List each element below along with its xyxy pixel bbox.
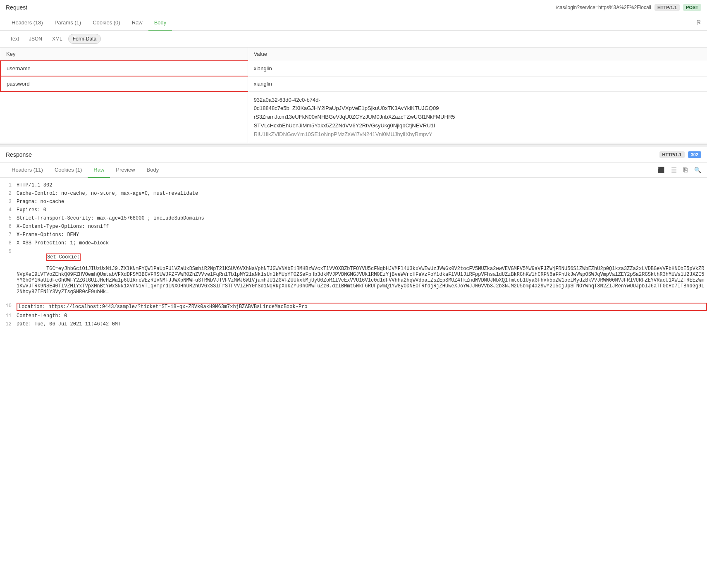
line-content-9: Set-Cookie: TGC=eyJhbGciOiJIUzUxMiJ9.ZXl… xyxy=(17,248,707,301)
sub-tab-xml[interactable]: XML xyxy=(48,34,67,43)
tab-response-raw[interactable]: Raw xyxy=(88,163,110,178)
body-sub-tabs: Text JSON XML Form-Data xyxy=(0,31,707,48)
response-icons: ⬛ ☰ ⎘ 🔍 xyxy=(657,166,701,174)
tab-request-raw[interactable]: Raw xyxy=(126,15,148,31)
raw-line-6: 6 X-Content-Type-Options: nosniff xyxy=(0,222,707,231)
tab-request-headers[interactable]: Headers (18) xyxy=(6,15,49,31)
copy-response-icon[interactable]: ⎘ xyxy=(683,166,688,174)
key-password: password xyxy=(0,76,248,91)
value-token: 932a0a32-63d0-42c0-b74d- 0d18848c7e5b_ZX… xyxy=(248,91,707,143)
value-column-header: Value xyxy=(248,48,707,61)
raw-line-7: 7 X-Frame-Options: DENY xyxy=(0,231,707,239)
form-row-token: 932a0a32-63d0-42c0-b74d- 0d18848c7e5b_ZX… xyxy=(0,91,707,143)
request-meta: /cas/login?service=https%3A%2F%2Flocall … xyxy=(556,4,701,11)
raw-line-9: 9 Set-Cookie: TGC=eyJhbGciOiJIUzUxMiJ9.Z… xyxy=(0,247,707,302)
tab-response-headers[interactable]: Headers (11) xyxy=(6,163,49,178)
line-content-6: X-Content-Type-Options: nosniff xyxy=(17,223,707,230)
raw-container: 1 HTTP/1.1 302 2 Cache-Control: no-cache… xyxy=(0,178,707,332)
line-number-4: 4 xyxy=(0,207,17,213)
line-number-10: 10 xyxy=(0,303,17,309)
line-number-1: 1 xyxy=(0,182,17,188)
line-content-10: Location: https://localhost:9443/sample/… xyxy=(17,303,707,311)
request-url: /cas/login?service=https%3A%2F%2Flocall xyxy=(556,5,651,10)
line-content-4: Expires: 0 xyxy=(17,207,707,213)
line-content-12: Date: Tue, 06 Jul 2021 11:46:42 GMT xyxy=(17,321,707,327)
raw-line-5: 5 Strict-Transport-Security: max-age=157… xyxy=(0,214,707,222)
tab-response-cookies[interactable]: Cookies (1) xyxy=(49,163,88,178)
value-username: xianglin xyxy=(248,61,707,76)
line-number-8: 8 xyxy=(0,240,17,246)
line-number-6: 6 xyxy=(0,223,17,229)
key-username: username xyxy=(0,61,248,76)
request-method-badge: POST xyxy=(683,4,701,11)
form-data-header-row: Key Value xyxy=(0,48,707,61)
response-http-badge: HTTP/1.1 xyxy=(659,151,685,158)
line-content-7: X-Frame-Options: DENY xyxy=(17,232,707,238)
raw-line-11: 11 Content-Length: 0 xyxy=(0,312,707,320)
form-row-username: username xianglin xyxy=(0,61,707,76)
request-tabs: Headers (18) Params (1) Cookies (0) Raw … xyxy=(0,15,707,31)
response-header-bar: Response HTTP/1.1 302 xyxy=(0,145,707,163)
request-body-table: Key Value username xianglin password xia… xyxy=(0,48,707,144)
sub-tab-form-data[interactable]: Form-Data xyxy=(68,34,101,44)
response-title: Response xyxy=(6,151,32,158)
line-content-1: HTTP/1.1 302 xyxy=(17,182,707,189)
form-data-table: Key Value username xianglin password xia… xyxy=(0,48,707,143)
line-number-3: 3 xyxy=(0,198,17,205)
response-status-badge: 302 xyxy=(688,151,701,158)
line-content-5: Strict-Transport-Security: max-age=15768… xyxy=(17,215,707,222)
form-row-password: password xianglin xyxy=(0,76,707,91)
response-section: Response HTTP/1.1 302 Headers (11) Cooki… xyxy=(0,145,707,332)
value-password: xianglin xyxy=(248,76,707,91)
sub-tab-json[interactable]: JSON xyxy=(25,34,46,43)
raw-line-1: 1 HTTP/1.1 302 xyxy=(0,181,707,189)
line-content-2: Cache-Control: no-cache, no-store, max-a… xyxy=(17,190,707,197)
raw-line-8: 8 X-XSS-Protection: 1; mode=block xyxy=(0,239,707,247)
line-number-12: 12 xyxy=(0,321,17,327)
request-http-badge: HTTP/1.1 xyxy=(654,4,680,11)
lines-icon[interactable]: ☰ xyxy=(671,166,677,174)
raw-response-view: 1 HTTP/1.1 302 2 Cache-Control: no-cache… xyxy=(0,178,707,332)
tab-response-body[interactable]: Body xyxy=(141,163,165,178)
filter-icon[interactable]: ⬛ xyxy=(657,167,664,173)
key-token xyxy=(0,91,248,143)
line-content-11: Content-Length: 0 xyxy=(17,313,707,319)
line-number-11: 11 xyxy=(0,313,17,319)
tab-response-preview[interactable]: Preview xyxy=(110,163,141,178)
line-number-9: 9 xyxy=(0,248,17,254)
raw-line-3: 3 Pragma: no-cache xyxy=(0,198,707,206)
request-title: Request xyxy=(6,4,27,11)
raw-line-4: 4 Expires: 0 xyxy=(0,206,707,214)
response-meta: HTTP/1.1 302 xyxy=(659,151,701,158)
line-number-2: 2 xyxy=(0,190,17,196)
copy-icon[interactable]: ⎘ xyxy=(697,19,701,26)
line-content-8: X-XSS-Protection: 1; mode=block xyxy=(17,240,707,246)
tab-request-body[interactable]: Body xyxy=(148,15,172,31)
raw-line-12: 12 Date: Tue, 06 Jul 2021 11:46:42 GMT xyxy=(0,320,707,328)
truncation-indicator xyxy=(0,143,707,144)
line-content-3: Pragma: no-cache xyxy=(17,198,707,205)
response-tabs: Headers (11) Cookies (1) Raw Preview Bod… xyxy=(0,163,707,178)
line-number-5: 5 xyxy=(0,215,17,221)
set-cookie-label: Set-Cookie: xyxy=(46,253,81,261)
raw-line-2: 2 Cache-Control: no-cache, no-store, max… xyxy=(0,189,707,198)
search-icon[interactable]: 🔍 xyxy=(694,167,701,173)
sub-tab-text[interactable]: Text xyxy=(6,34,23,43)
request-section: Request /cas/login?service=https%3A%2F%2… xyxy=(0,0,707,145)
response-tabs-left: Headers (11) Cookies (1) Raw Preview Bod… xyxy=(6,163,165,177)
line-number-7: 7 xyxy=(0,232,17,238)
raw-line-10: 10 Location: https://localhost:9443/samp… xyxy=(0,302,707,312)
key-column-header: Key xyxy=(0,48,248,61)
request-header-bar: Request /cas/login?service=https%3A%2F%2… xyxy=(0,0,707,15)
tab-request-params[interactable]: Params (1) xyxy=(49,15,87,31)
tab-request-cookies[interactable]: Cookies (0) xyxy=(87,15,126,31)
